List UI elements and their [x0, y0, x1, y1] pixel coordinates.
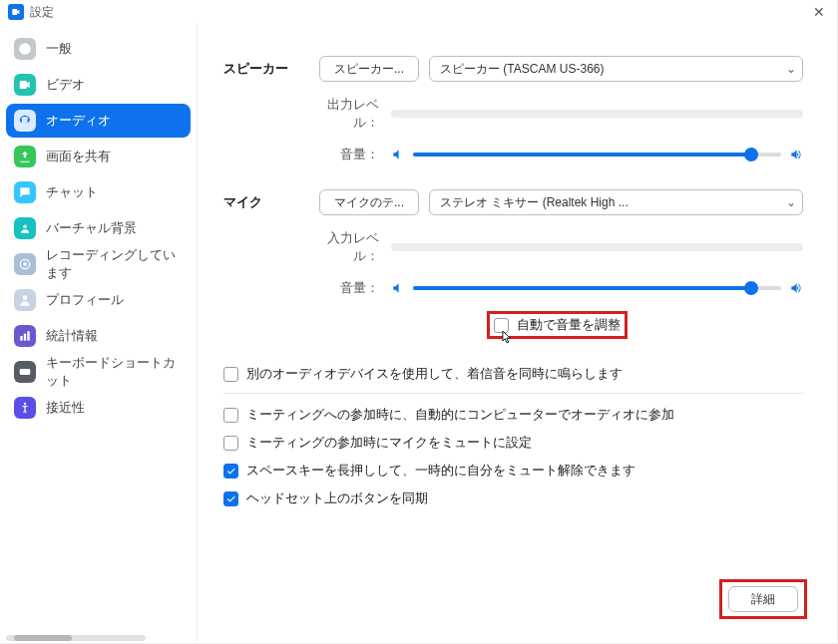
virtual-bg-icon — [14, 217, 36, 239]
advanced-button[interactable]: 詳細 — [728, 586, 798, 612]
sidebar-item-label: キーボードショートカット — [46, 354, 183, 390]
highlight-advanced: 詳細 — [719, 579, 807, 619]
share-icon — [14, 146, 36, 167]
sidebar-item-video[interactable]: ビデオ — [6, 68, 191, 102]
ring-separate-checkbox[interactable] — [223, 367, 238, 382]
sidebar-item-statistics[interactable]: 統計情報 — [6, 319, 191, 353]
auto-adjust-label: 自動で音量を調整 — [517, 316, 621, 334]
test-mic-button[interactable]: マイクのテ... — [319, 189, 419, 215]
auto-join-audio-option[interactable]: ミーティングへの参加時に、自動的にコンピューターでオーディオに参加 — [223, 406, 803, 424]
speaker-device-dropdown[interactable]: スピーカー (TASCAM US-366) ⌄ — [429, 56, 803, 82]
mute-on-join-checkbox[interactable] — [223, 436, 238, 451]
volume-high-icon — [789, 281, 803, 295]
ring-separate-option[interactable]: 別のオーディオデバイスを使用して、着信音を同時に鳴らします — [223, 365, 803, 383]
svg-point-4 — [23, 295, 28, 300]
sidebar-item-profile[interactable]: プロフィール — [6, 283, 191, 317]
sidebar-item-accessibility[interactable]: 接近性 — [6, 391, 191, 425]
sidebar-item-audio[interactable]: オーディオ — [6, 104, 191, 138]
svg-point-3 — [23, 262, 27, 266]
mic-device-dropdown[interactable]: ステレオ ミキサー (Realtek High ... ⌄ — [429, 189, 803, 215]
mic-volume-label: 音量： — [319, 279, 391, 297]
sidebar-item-label: レコーディングしています — [46, 246, 183, 282]
test-speaker-button[interactable]: スピーカー... — [319, 56, 419, 82]
mic-volume-slider[interactable] — [413, 281, 781, 295]
speaker-heading: スピーカー — [223, 60, 319, 78]
sidebar-item-virtual-bg[interactable]: バーチャル背景 — [6, 211, 191, 245]
profile-icon — [14, 289, 36, 311]
volume-low-icon — [391, 281, 405, 295]
sidebar-scrollbar[interactable] — [6, 635, 146, 641]
headset-sync-option[interactable]: ヘッドセット上のボタンを同期 — [223, 489, 803, 507]
audio-icon — [14, 110, 36, 132]
window-title: 設定 — [30, 4, 809, 21]
sidebar-item-label: 接近性 — [46, 399, 85, 417]
general-icon — [14, 38, 36, 60]
svg-rect-6 — [24, 334, 26, 341]
speaker-volume-slider[interactable] — [413, 148, 781, 161]
chevron-down-icon: ⌄ — [786, 62, 796, 76]
sidebar-item-label: 一般 — [46, 40, 72, 58]
svg-point-0 — [19, 43, 31, 55]
audio-settings-panel: スピーカー スピーカー... スピーカー (TASCAM US-366) ⌄ 出… — [198, 24, 837, 643]
sidebar: 一般 ビデオ オーディオ 画面を共有 チャット バーチャル背景 レコーディングし… — [0, 24, 198, 643]
speaker-output-meter — [391, 110, 803, 118]
cursor-icon — [500, 328, 514, 346]
chat-icon — [14, 181, 36, 203]
video-icon — [14, 74, 36, 96]
mic-heading: マイク — [223, 193, 319, 211]
auto-join-audio-checkbox[interactable] — [223, 408, 238, 423]
space-unmute-option[interactable]: スペースキーを長押しして、一時的に自分をミュート解除できます — [223, 462, 803, 480]
headset-sync-checkbox[interactable] — [223, 491, 238, 506]
sidebar-item-label: 画面を共有 — [46, 148, 111, 165]
sidebar-item-label: ビデオ — [46, 76, 85, 94]
sidebar-item-label: バーチャル背景 — [46, 219, 137, 237]
space-unmute-checkbox[interactable] — [223, 464, 238, 479]
sidebar-item-label: 統計情報 — [46, 327, 98, 345]
accessibility-icon — [14, 397, 36, 419]
sidebar-item-general[interactable]: 一般 — [6, 32, 191, 66]
svg-point-1 — [23, 225, 27, 229]
svg-point-9 — [24, 403, 26, 405]
titlebar: 設定 ✕ — [0, 0, 837, 24]
chevron-down-icon: ⌄ — [786, 195, 796, 209]
stats-icon — [14, 325, 36, 347]
output-level-label: 出力レベル： — [319, 96, 391, 132]
sidebar-item-recording[interactable]: レコーディングしています — [6, 247, 191, 281]
close-icon[interactable]: ✕ — [809, 4, 829, 20]
sidebar-item-keyboard[interactable]: キーボードショートカット — [6, 355, 191, 389]
svg-rect-8 — [20, 369, 31, 375]
sidebar-item-label: オーディオ — [46, 112, 111, 130]
keyboard-icon — [14, 361, 36, 383]
divider — [223, 393, 803, 394]
svg-rect-7 — [27, 331, 29, 340]
mic-input-meter — [391, 243, 803, 251]
bottom-bar: 詳細 — [719, 579, 807, 619]
sidebar-item-share-screen[interactable]: 画面を共有 — [6, 140, 191, 173]
speaker-volume-label: 音量： — [319, 146, 391, 163]
input-level-label: 入力レベル： — [319, 229, 391, 265]
zoom-app-icon — [8, 4, 24, 20]
volume-high-icon — [789, 148, 803, 161]
mic-section: マイク マイクのテ... ステレオ ミキサー (Realtek High ...… — [223, 189, 803, 339]
record-icon — [14, 253, 36, 275]
sidebar-item-label: プロフィール — [46, 291, 124, 309]
sidebar-item-chat[interactable]: チャット — [6, 175, 191, 209]
volume-low-icon — [391, 148, 405, 161]
speaker-section: スピーカー スピーカー... スピーカー (TASCAM US-366) ⌄ 出… — [223, 56, 803, 163]
svg-rect-5 — [20, 336, 22, 341]
highlight-auto-adjust: 自動で音量を調整 — [487, 311, 628, 339]
mute-on-join-option[interactable]: ミーティングの参加時にマイクをミュートに設定 — [223, 434, 803, 452]
sidebar-item-label: チャット — [46, 183, 98, 201]
